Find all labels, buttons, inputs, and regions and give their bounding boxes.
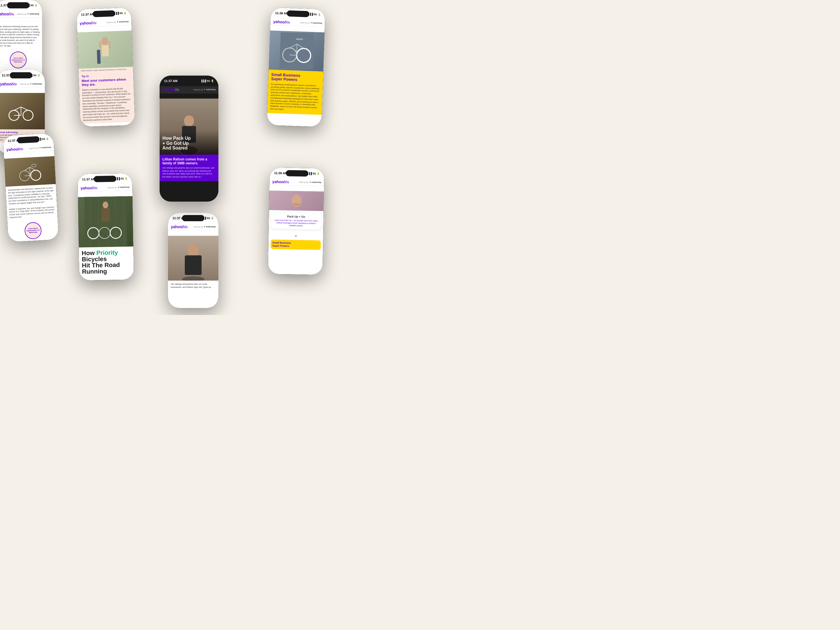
purple-section: Lillian Rafson comes from a family of SM… bbox=[159, 155, 218, 181]
yahoo-header: yahoo/life Paid for by ✦ mailchimp bbox=[168, 223, 218, 231]
status-icons: ▐▐▐ 5G 🔋 bbox=[201, 79, 214, 82]
yahoo-header: yahoo/life Paid for by ✦ mailchimp bbox=[269, 178, 324, 186]
small-biz-body: For passionate small-business owners com… bbox=[270, 83, 320, 112]
phone-pack-up-go: 11:36 AM ▐▐▐ 5G 🔋 yahoo/life Paid for by… bbox=[268, 167, 325, 275]
bike-image bbox=[0, 93, 45, 129]
phone-content: How Priority Bicycles Hit The Road Runni… bbox=[78, 196, 134, 280]
svg-line-20 bbox=[297, 44, 297, 55]
small-biz-title: Small Business Super Powers bbox=[271, 73, 321, 83]
yahoo-header: yahoo/life Paid for by ✦ mailchimp bbox=[0, 11, 42, 17]
article-text: wegle, advanced marketing means you are … bbox=[0, 23, 42, 49]
yahoo-logo: yahoo/life bbox=[0, 82, 17, 86]
mailchimp-logo: ✦ mailchimp bbox=[27, 13, 39, 15]
woman-mailbox-image bbox=[77, 30, 133, 69]
body-text: Her siblings and parents also run small … bbox=[171, 283, 216, 289]
svg-rect-9 bbox=[109, 41, 111, 48]
phone-content: Small Business Super Powers For passiona… bbox=[267, 30, 325, 127]
card-body: Learn how Pack Up + Go founder and CEO L… bbox=[273, 219, 319, 227]
how-priority-section: How Priority Bicycles Hit The Road Runni… bbox=[79, 246, 134, 276]
status-icons: ▐▐▐ 5G 🔋 bbox=[114, 11, 126, 15]
mailchimp-logo: ✦ mailchimp bbox=[204, 88, 216, 91]
bike-shop-image bbox=[269, 30, 325, 72]
phone-notch bbox=[287, 10, 309, 17]
phone-bottom-left: 11:37 AM ▐▐▐ 5G 🔋 yahoo/life Paid for by… bbox=[3, 133, 59, 242]
phone-notch bbox=[178, 78, 200, 84]
article-body: Rafson's newsletter is now stacked with … bbox=[82, 87, 132, 122]
yahoo-header: yahoo/life Paid for by ✦ mailchimp bbox=[0, 81, 45, 88]
yahoo-logo: yahoo/life bbox=[272, 179, 289, 184]
svg-rect-7 bbox=[102, 45, 109, 57]
article-text: characteristics and behaviors, helping t… bbox=[6, 184, 58, 221]
learn-badge: Learn about segmentation on Mailchimp bbox=[10, 52, 27, 68]
body-section: Her siblings and parents also run small … bbox=[168, 281, 218, 291]
phone-notch bbox=[7, 2, 29, 8]
paid-by: Paid for by ✦ mailchimp bbox=[107, 186, 129, 188]
svg-rect-8 bbox=[99, 41, 101, 49]
svg-line-26 bbox=[30, 167, 30, 175]
body-text: Her siblings and parents also run small … bbox=[163, 167, 216, 178]
how-title: How Priority Bicycles Hit The Road Runni… bbox=[82, 249, 131, 275]
phone-priority-bicycles: 11:37 AM ▐▐▐ 5G 🔋 yahoo/life Paid for by… bbox=[77, 173, 134, 280]
phone-content: Pack Up + Go Learn how Pack Up + Go foun… bbox=[268, 190, 324, 275]
woman-smiling-image bbox=[269, 190, 324, 211]
phone-notch bbox=[92, 10, 115, 17]
svg-line-25 bbox=[30, 167, 36, 171]
phone-notch bbox=[93, 175, 116, 182]
svg-point-28 bbox=[32, 164, 36, 167]
overlay-text: How Pack Up + Go Got Up And Soared bbox=[159, 130, 218, 155]
yahoo-header: yahoo/life Paid for by ✦ mailchimp bbox=[159, 86, 218, 93]
phone-small-biz: 11:36 AM ▐▐▐ 5G 🔋 yahoo/life Paid for by… bbox=[267, 8, 326, 127]
phone-content: characteristics and behaviors, helping t… bbox=[4, 156, 58, 242]
paid-by: Paid for by ✦ mailchimp bbox=[20, 83, 42, 85]
article-title: Meet your customers where they are. bbox=[82, 77, 131, 87]
status-icons: ▐▐▐ 5G 🔋 bbox=[115, 177, 128, 180]
paid-by: Paid for by ✦ mailchimp bbox=[106, 21, 128, 24]
svg-rect-10 bbox=[96, 50, 101, 64]
status-icons: ▐▐▐ 5G 🔋 bbox=[306, 172, 320, 175]
svg-point-1 bbox=[23, 111, 33, 120]
yahoo-header: yahoo/life Paid for by ✦ mailchimp bbox=[77, 184, 132, 191]
pack-up-go-card: Pack Up + Go Learn how Pack Up + Go foun… bbox=[271, 212, 321, 229]
learn-badge: Learn about segmentation on Mailchimp bbox=[24, 222, 42, 239]
card-title: Pack Up + Go bbox=[273, 215, 319, 219]
status-icons: ▐▐▐ 5G 🔋 bbox=[308, 13, 321, 16]
yahoo-logo: yahoo/life bbox=[273, 19, 290, 24]
yellow-section: Small Business Super Powers For passiona… bbox=[267, 70, 323, 115]
phone-notch bbox=[17, 136, 40, 144]
woman-image bbox=[168, 236, 218, 281]
svg-point-11 bbox=[184, 115, 194, 126]
subtitle: Lillian Rafson comes from a family of SM… bbox=[163, 157, 216, 165]
email-ab-label: Email A/B testing bbox=[0, 131, 43, 134]
svg-line-2 bbox=[14, 107, 21, 111]
paid-by: Paid for by ✦ mailchimp bbox=[17, 13, 39, 15]
yahoo-logo: yahoo/life bbox=[6, 147, 23, 152]
svg-rect-38 bbox=[101, 208, 110, 222]
yahoo-logo: yahoo/life bbox=[79, 21, 96, 25]
phone-notch bbox=[10, 72, 32, 78]
phone-content: Her siblings and parents also run small … bbox=[168, 236, 218, 308]
mailchimp-logo: ✦ mailchimp bbox=[118, 186, 129, 188]
tip-label: Tip #1 bbox=[82, 73, 131, 78]
phone-center-main: 11:37 AM ▐▐▐ 5G 🔋 yahoo/life Paid for by… bbox=[159, 76, 218, 202]
svg-line-27 bbox=[25, 175, 30, 176]
phone-content: Lillian Rafson mails vacation itinerarie… bbox=[77, 30, 135, 127]
mailchimp-logo: ✦ mailchimp bbox=[310, 22, 322, 24]
paid-by: Paid for by ✦ mailchimp bbox=[299, 181, 321, 183]
svg-line-24 bbox=[24, 167, 30, 171]
phone-content: How Pack Up + Go Got Up And Soared Lilli… bbox=[159, 99, 218, 202]
bikes-image bbox=[4, 156, 56, 186]
svg-line-3 bbox=[21, 107, 28, 111]
yahoo-logo: yahoo/life bbox=[81, 185, 98, 190]
phone-notch bbox=[182, 215, 204, 221]
phone-article: 11:37 AM ▐▐▐ 5G 🔋 yahoo/life Paid for by… bbox=[76, 8, 135, 127]
phone-bottom-center: 11:37 AM ▐▐▐ 5G 🔋 yahoo/life Paid for by… bbox=[168, 213, 218, 308]
svg-point-23 bbox=[30, 170, 41, 181]
phone-notch bbox=[286, 170, 308, 177]
mailchimp-logo: ✦ mailchimp bbox=[204, 226, 216, 228]
paid-by: Paid for by ✦ mailchimp bbox=[193, 88, 216, 91]
yahoo-logo: yahoo/life bbox=[0, 12, 14, 16]
svg-point-40 bbox=[188, 243, 199, 256]
paid-by: Paid for by ✦ mailchimp bbox=[29, 146, 51, 150]
paid-by: Paid for by ✦ mailchimp bbox=[300, 21, 322, 24]
yahoo-logo: yahoo/life bbox=[163, 87, 179, 92]
